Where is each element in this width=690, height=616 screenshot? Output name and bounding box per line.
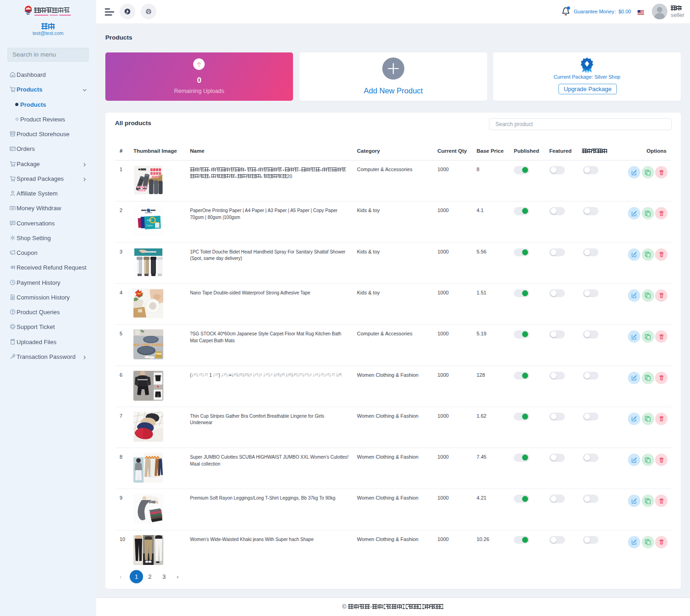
svg-text:BUY 1 GET 1 FREE: BUY 1 GET 1 FREE (133, 343, 163, 347)
svg-text:Hot: Hot (138, 292, 141, 294)
svg-text:+: + (157, 384, 160, 389)
svg-text:FREE: FREE (155, 352, 162, 355)
svg-text:Copier: Copier (146, 224, 153, 227)
svg-text:PAP: PAP (147, 219, 152, 222)
